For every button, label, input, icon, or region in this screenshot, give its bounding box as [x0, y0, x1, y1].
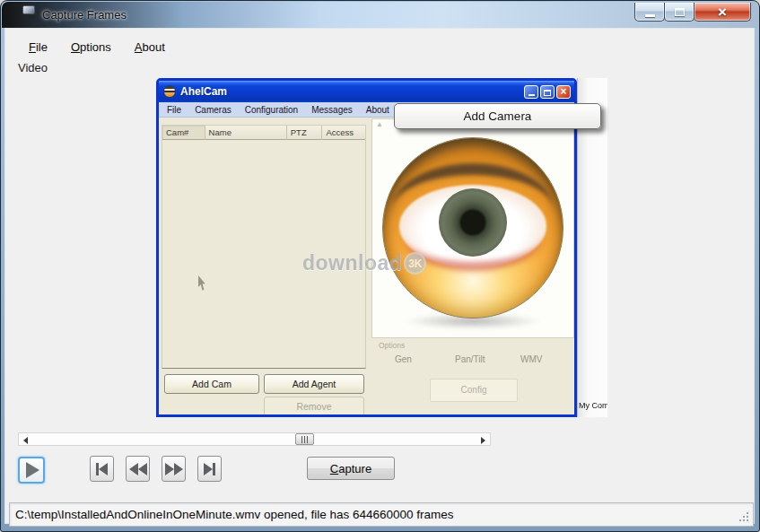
close-icon: ×: [560, 86, 566, 98]
seek-trackbar[interactable]: [18, 432, 491, 446]
resize-grip[interactable]: [739, 512, 750, 523]
capture-button[interactable]: Capture: [307, 457, 395, 480]
client-area: File Options About Video AhelCam × File …: [4, 28, 755, 524]
close-icon: ×: [718, 4, 727, 21]
app-icon: 2 JPG: [20, 5, 38, 25]
menu-bar: File Options About: [5, 34, 754, 59]
window-titlebar[interactable]: 2 JPG Capture Frames ×: [2, 2, 758, 28]
rewind-icon: [129, 463, 138, 475]
status-message: C:\temp\InstalledAndOnlineInOneMinute.wm…: [15, 503, 454, 526]
fast-forward-icon: [165, 463, 174, 475]
maximize-button[interactable]: [664, 3, 694, 22]
video-close-button: ×: [556, 85, 571, 99]
menu-options[interactable]: Options: [69, 38, 113, 57]
skip-end-icon: [204, 463, 213, 475]
maximize-icon: [544, 90, 551, 96]
status-bar: C:\temp\InstalledAndOnlineInOneMinute.wm…: [9, 502, 754, 527]
minimize-icon: [645, 14, 655, 17]
video-my-computer-label: My Com: [579, 401, 607, 410]
column-name: Name: [205, 126, 287, 140]
video-add-agent-button: Add Agent: [264, 374, 364, 394]
rewind-button[interactable]: [126, 456, 150, 482]
video-tab-gen: Gen: [395, 354, 412, 364]
column-cam: Cam#: [162, 126, 205, 140]
3k-badge-icon: 3K: [404, 252, 426, 275]
video-config-button: Config: [430, 379, 518, 402]
capture-frames-window: 2 JPG Capture Frames × File Options Abou…: [0, 0, 760, 532]
menu-about[interactable]: About: [133, 38, 167, 57]
video-tab-wmv: WMV: [520, 354, 542, 364]
window-controls: ×: [635, 3, 751, 22]
video-menu-messages: Messages: [311, 105, 353, 115]
eye-icon: [163, 85, 176, 98]
video-tab-pantilt: Pan/Tilt: [455, 354, 485, 364]
track-right-arrow-icon[interactable]: [481, 437, 485, 444]
video-group-label: Video: [18, 61, 48, 74]
camera-list-header: Cam# Name PTZ Access: [162, 126, 365, 140]
maximize-icon: [675, 8, 685, 16]
video-display: AhelCam × File Cameras Configuration Mes…: [156, 78, 607, 417]
video-camera-list: Cam# Name PTZ Access: [162, 125, 366, 369]
skip-to-end-button[interactable]: [197, 456, 222, 482]
video-menu-file: File: [167, 105, 181, 115]
play-icon: [26, 462, 39, 478]
minimize-button[interactable]: [634, 3, 665, 22]
play-button[interactable]: [18, 457, 45, 484]
video-preview-panel: ▲: [371, 118, 574, 338]
video-minimize-button: [524, 85, 538, 99]
menu-file[interactable]: File: [27, 38, 49, 57]
video-maximize-button: [540, 85, 555, 99]
video-menu-configuration: Configuration: [245, 105, 298, 115]
video-ahelcam-titlebar: AhelCam ×: [159, 81, 574, 102]
app-icon-label: 2 JPG: [22, 14, 35, 20]
video-menu-cameras: Cameras: [195, 105, 231, 115]
scroll-up-icon: ▲: [376, 120, 383, 128]
column-access: Access: [322, 126, 365, 140]
track-left-arrow-icon[interactable]: [23, 437, 28, 444]
window-title: Capture Frames: [42, 2, 127, 28]
skip-to-start-button[interactable]: [90, 456, 114, 482]
close-button[interactable]: ×: [694, 3, 751, 22]
video-ahelcam-title: AhelCam: [180, 85, 522, 98]
video-remove-button: Remove: [264, 397, 364, 414]
photo-film-icon: [22, 5, 35, 14]
ahelcam-eye-logo: [382, 137, 563, 318]
minimize-icon: [529, 94, 535, 96]
download3k-watermark: download 3K: [302, 251, 426, 275]
fast-forward-button[interactable]: [162, 456, 186, 482]
column-ptz: PTZ: [287, 126, 323, 140]
video-add-camera-callout: Add Camera: [394, 103, 601, 129]
trackbar-thumb[interactable]: [295, 433, 314, 445]
video-add-cam-button: Add Cam: [164, 374, 259, 394]
video-menu-about: About: [366, 105, 389, 115]
video-options-label: Options: [379, 341, 405, 350]
